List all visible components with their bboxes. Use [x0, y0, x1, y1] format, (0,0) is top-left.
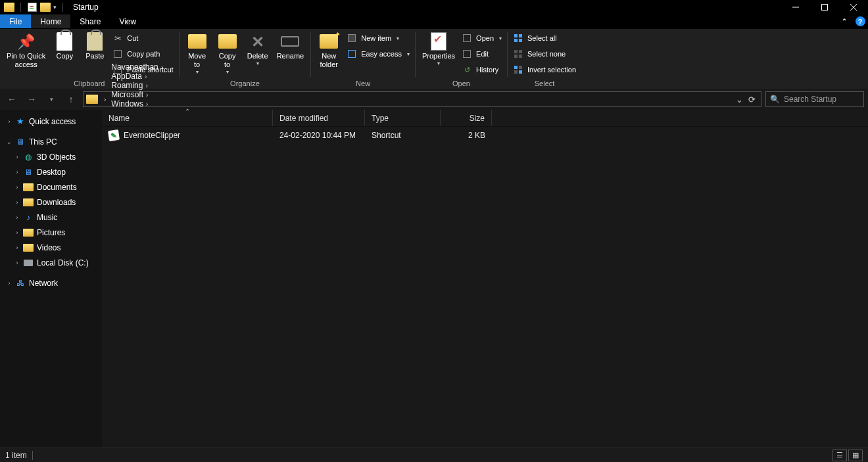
videos-icon	[22, 243, 34, 253]
minimize-button[interactable]	[781, 0, 810, 14]
sidebar-item[interactable]: ›Pictures	[0, 225, 102, 240]
chevron-right-icon: ›	[12, 244, 22, 251]
close-button[interactable]	[839, 0, 868, 14]
delete-button[interactable]: ✕ Delete ▾	[243, 30, 273, 66]
copy-to-button[interactable]: Copy to ▾	[212, 30, 243, 74]
file-type: Shortcut	[365, 131, 441, 140]
select-all-button[interactable]: Select all	[513, 32, 576, 45]
column-header-type[interactable]: Type	[365, 110, 441, 126]
delete-label: Delete	[247, 52, 268, 60]
paste-button[interactable]: Paste	[80, 30, 110, 60]
open-icon	[462, 33, 472, 43]
cut-button[interactable]: ✂Cut	[112, 32, 173, 45]
tab-home[interactable]: Home	[31, 14, 70, 28]
copy-button[interactable]: Copy	[49, 30, 80, 60]
move-to-button[interactable]: Move to ▾	[182, 30, 212, 74]
tab-file[interactable]: File	[0, 14, 31, 28]
history-button[interactable]: ↺History	[462, 63, 502, 76]
ribbon-tabs: File Home Share View ⌃ ?	[0, 14, 868, 29]
file-name: EvernoteClipper	[124, 131, 180, 140]
sidebar-item-this-pc[interactable]: ⌄ 🖥 This PC	[0, 134, 102, 149]
select-none-button[interactable]: Select none	[513, 47, 576, 60]
qa-properties-icon[interactable]	[27, 2, 37, 12]
sidebar-item[interactable]: ›Local Disk (C:)	[0, 255, 102, 270]
group-label-new: New	[314, 78, 412, 89]
sidebar-item-quick-access[interactable]: › ★ Quick access	[0, 114, 102, 129]
sidebar-item-label: Network	[29, 279, 58, 288]
status-bar: 1 item ☰ ▦	[0, 448, 868, 462]
open-button[interactable]: Open▾	[462, 32, 502, 45]
sidebar-item[interactable]: ›◍3D Objects	[0, 149, 102, 164]
sidebar-item[interactable]: ›🖥Desktop	[0, 164, 102, 179]
tab-view[interactable]: View	[110, 14, 145, 28]
nav-recent-button[interactable]: ▾	[43, 91, 59, 107]
sidebar-item-network[interactable]: › 🖧 Network	[0, 275, 102, 290]
address-bar[interactable]: › Navaneethan›AppData›Roaming›Microsoft›…	[83, 91, 761, 107]
new-folder-icon	[320, 32, 338, 51]
file-row[interactable]: ✎EvernoteClipper24-02-2020 10:44 PMShort…	[102, 127, 868, 144]
search-input[interactable]	[784, 95, 859, 104]
sidebar-item[interactable]: ›Downloads	[0, 195, 102, 210]
breadcrumb-item[interactable]: Windows›	[109, 99, 165, 108]
new-item-button[interactable]: New item▾	[347, 32, 410, 45]
properties-button[interactable]: Properties ▾	[418, 30, 459, 66]
paste-shortcut-button[interactable]: Paste shortcut	[112, 63, 173, 76]
qa-customize-icon[interactable]: ▾	[53, 4, 57, 11]
maximize-button[interactable]	[810, 0, 839, 14]
edit-button[interactable]: Edit	[462, 47, 502, 60]
view-thumbnails-button[interactable]: ▦	[848, 450, 863, 461]
nav-back-button[interactable]: ←	[4, 91, 20, 107]
music-icon: ♪	[22, 212, 34, 223]
pin-to-quick-access-button[interactable]: 📌 Pin to Quick access	[3, 30, 49, 69]
invert-icon	[513, 64, 523, 75]
easy-access-icon	[347, 49, 357, 59]
pin-icon: 📌	[17, 32, 36, 51]
nav-forward-button[interactable]: →	[24, 91, 39, 107]
column-header-name[interactable]: Name	[102, 110, 273, 126]
properties-label: Properties	[422, 52, 455, 60]
breadcrumb-item[interactable]: Microsoft›	[109, 90, 165, 99]
collapse-ribbon-button[interactable]: ⌃	[836, 14, 852, 28]
search-box[interactable]: 🔍	[765, 91, 864, 107]
refresh-button[interactable]: ⟳	[748, 95, 756, 104]
sidebar-item[interactable]: ›♪Music	[0, 210, 102, 225]
move-to-label: Move to	[188, 52, 206, 69]
copy-path-button[interactable]: Copy path	[112, 47, 173, 60]
edit-icon	[462, 49, 472, 59]
column-header-date[interactable]: Date modified	[273, 110, 365, 126]
view-details-button[interactable]: ☰	[832, 450, 847, 461]
new-item-icon	[347, 33, 357, 43]
delete-icon: ✕	[249, 32, 267, 51]
help-button[interactable]: ?	[852, 14, 868, 28]
sidebar-item-label: Music	[37, 213, 57, 222]
sidebar-item-label: Downloads	[37, 198, 76, 207]
chevron-right-icon: ›	[4, 118, 14, 125]
edit-label: Edit	[476, 50, 489, 58]
chevron-right-icon: ›	[12, 260, 22, 266]
easy-access-label: Easy access	[361, 50, 402, 58]
chevron-right-icon: ›	[146, 101, 148, 108]
sidebar-item[interactable]: ›Documents	[0, 179, 102, 195]
new-folder-button[interactable]: New folder	[314, 30, 344, 69]
rename-button[interactable]: Rename	[273, 30, 308, 60]
invert-selection-button[interactable]: Invert selection	[513, 63, 576, 76]
folder-icon	[86, 95, 98, 104]
search-icon: 🔍	[770, 95, 780, 104]
paste-shortcut-icon	[112, 64, 123, 75]
documents-icon	[22, 182, 34, 193]
sidebar-item[interactable]: ›Videos	[0, 240, 102, 255]
star-icon: ★	[14, 116, 26, 127]
address-dropdown-button[interactable]: ⌄	[736, 95, 743, 104]
status-item-count: 1 item	[5, 451, 27, 460]
invert-label: Invert selection	[527, 66, 576, 74]
copy-path-label: Copy path	[127, 50, 160, 58]
easy-access-button[interactable]: Easy access▾	[347, 47, 410, 60]
ribbon: 📌 Pin to Quick access Copy Paste ✂Cut Co…	[0, 29, 868, 89]
column-header-size[interactable]: Size	[441, 110, 492, 126]
ribbon-group-clipboard: 📌 Pin to Quick access Copy Paste ✂Cut Co…	[0, 29, 179, 89]
rename-label: Rename	[277, 52, 304, 60]
nav-up-button[interactable]: ↑	[63, 91, 79, 107]
pin-label: Pin to Quick access	[7, 52, 45, 69]
tab-share[interactable]: Share	[70, 14, 110, 28]
qa-new-folder-icon[interactable]	[40, 2, 51, 12]
